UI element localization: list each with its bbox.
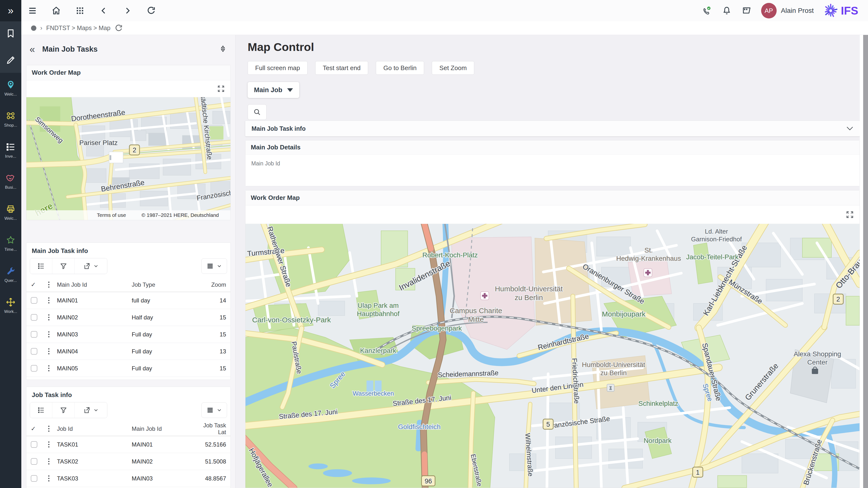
cell: MAIN02 xyxy=(57,314,132,321)
pencil-icon[interactable] xyxy=(0,55,21,65)
notifications-bell-icon[interactable] xyxy=(721,5,732,16)
app-grid-icon[interactable] xyxy=(74,5,85,16)
collapse-panel-icon[interactable]: « xyxy=(30,45,35,54)
sidebar-item-query[interactable]: Quer... xyxy=(0,259,21,290)
table-row[interactable]: MAIN01full day14 xyxy=(26,292,230,309)
sidebar-item-welcome[interactable]: Welc... xyxy=(0,73,21,104)
row-checkbox[interactable] xyxy=(31,475,37,482)
table-row[interactable]: TASK03MAIN0348.8567 xyxy=(26,470,230,487)
hospital-icon xyxy=(480,291,489,300)
main-job-task-info-collapsible[interactable]: Main Job Task info xyxy=(245,121,860,136)
full-screen-map-button[interactable]: Full screen map xyxy=(248,61,308,75)
table-row[interactable]: TASK02MAIN0251.5008 xyxy=(26,453,230,470)
fullscreen-icon[interactable] xyxy=(217,85,225,93)
sidebar-item-work[interactable]: Work... xyxy=(0,290,21,321)
header-kebab-icon[interactable] xyxy=(48,428,50,429)
sidebar-item-business[interactable]: Busi... xyxy=(0,166,21,197)
row-menu-kebab-icon[interactable] xyxy=(48,334,50,335)
big-map-canvas[interactable]: InvalidenstraßeTurmstraßeRathenower Stra… xyxy=(246,224,860,488)
row-checkbox[interactable] xyxy=(31,297,37,304)
row-checkbox[interactable] xyxy=(31,458,37,465)
breadcrumb: › FNDTST > Maps > Map xyxy=(21,21,868,35)
row-checkbox[interactable] xyxy=(31,365,37,372)
row-density-icon[interactable] xyxy=(202,258,227,274)
export-icon[interactable] xyxy=(74,258,107,274)
table-row[interactable]: MAIN04Full day13 xyxy=(26,343,230,360)
scrollbar-thumb[interactable] xyxy=(863,35,868,488)
filter-icon[interactable] xyxy=(52,258,74,274)
bookmark-icon[interactable] xyxy=(0,29,21,38)
table-row[interactable]: MAIN03Full day15 xyxy=(26,326,230,343)
list-icon xyxy=(6,142,16,152)
work-order-map-small[interactable]: DorotheenstraßeSimsonwegPariser PlatzBeh… xyxy=(26,97,230,220)
select-all[interactable]: ✓ xyxy=(31,425,46,432)
table-row[interactable]: MAIN02Half day15 xyxy=(26,309,230,326)
expand-rail-button[interactable]: » xyxy=(0,0,21,21)
table-row[interactable]: TASK01MAIN0152.5166 xyxy=(26,436,230,453)
small-map-canvas[interactable]: DorotheenstraßeSimsonwegPariser PlatzBeh… xyxy=(26,97,230,220)
row-menu-kebab-icon[interactable] xyxy=(48,317,50,318)
export-icon[interactable] xyxy=(74,402,107,418)
row-menu-kebab-icon[interactable] xyxy=(48,300,50,301)
main-job-dropdown[interactable]: Main Job xyxy=(248,82,299,98)
fullscreen-icon[interactable] xyxy=(845,210,854,219)
home-icon[interactable] xyxy=(51,5,62,16)
user-menu[interactable]: AP Alain Prost xyxy=(761,3,814,19)
left-rail: » Welc...Shop...Inve...Busi...Welc...Tim… xyxy=(0,0,21,488)
row-checkbox[interactable] xyxy=(31,348,37,354)
header-kebab-icon[interactable] xyxy=(48,284,50,285)
search-button[interactable] xyxy=(248,104,267,120)
forward-icon[interactable] xyxy=(122,5,133,16)
job-task-table: ✓Job IdMain Job IdJob Task LatTASK01MAIN… xyxy=(26,422,230,487)
row-density-icon[interactable] xyxy=(202,402,227,418)
row-checkbox[interactable] xyxy=(31,441,37,448)
column-header[interactable]: Job Task Lat xyxy=(198,422,227,436)
row-menu-kebab-icon[interactable] xyxy=(48,478,50,479)
multi-select-icon[interactable] xyxy=(30,258,52,274)
hamburger-menu-icon[interactable] xyxy=(27,5,38,16)
table-row[interactable]: MAIN05Full day15 xyxy=(26,360,230,377)
column-header[interactable]: Job Id xyxy=(57,425,132,432)
test-start-end-button[interactable]: Test start end xyxy=(315,61,368,75)
feedback-icon[interactable] xyxy=(741,5,752,16)
row-menu-kebab-icon[interactable] xyxy=(48,368,50,369)
back-icon[interactable] xyxy=(98,5,109,16)
sidebar-item-welcome-2[interactable]: Welc... xyxy=(0,197,21,228)
cell: Full day xyxy=(132,365,198,372)
row-checkbox[interactable] xyxy=(31,331,37,338)
sidebar-item-time[interactable]: Time... xyxy=(0,228,21,259)
column-header[interactable]: Main Job Id xyxy=(57,281,132,288)
page-title: Map Control xyxy=(248,40,314,54)
multi-select-icon[interactable] xyxy=(30,402,52,418)
star-icon xyxy=(6,235,16,245)
route-shield: 2 xyxy=(129,145,140,155)
route-shield: 96 xyxy=(422,476,435,486)
refresh-icon[interactable] xyxy=(146,5,157,16)
row-menu-kebab-icon[interactable] xyxy=(48,351,50,352)
cell: full day xyxy=(132,297,198,304)
phone-status-icon[interactable] xyxy=(702,5,712,16)
cell: MAIN05 xyxy=(57,365,132,372)
go-to-berlin-button[interactable]: Go to Berlin xyxy=(376,61,424,75)
work-order-map-large[interactable]: InvalidenstraßeTurmstraßeRathenower Stra… xyxy=(246,224,860,488)
sidebar-item-shop[interactable]: Shop... xyxy=(0,104,21,135)
select-all[interactable]: ✓ xyxy=(31,281,46,288)
row-checkbox[interactable] xyxy=(31,314,37,321)
map-control-page: Map Control Full screen mapTest start en… xyxy=(236,35,860,488)
cell: MAIN04 xyxy=(57,348,132,355)
filter-icon[interactable] xyxy=(52,402,74,418)
set-zoom-button[interactable]: Set Zoom xyxy=(432,61,474,75)
column-header[interactable]: Zoom xyxy=(198,281,227,288)
search-icon xyxy=(253,108,261,116)
row-menu-kebab-icon[interactable] xyxy=(48,444,50,445)
breadcrumb-refresh-icon[interactable] xyxy=(114,24,123,32)
resize-panel-icon[interactable] xyxy=(219,45,227,54)
column-header[interactable]: Job Type xyxy=(132,281,198,288)
main-job-details-card: Main Job Details Main Job Id xyxy=(245,140,860,186)
breadcrumb-path[interactable]: FNDTST > Maps > Map xyxy=(46,25,111,31)
terms-of-use-link[interactable]: Terms of use xyxy=(97,212,126,218)
row-menu-kebab-icon[interactable] xyxy=(48,461,50,462)
sidebar-item-inventory[interactable]: Inve... xyxy=(0,135,21,166)
column-header[interactable]: Main Job Id xyxy=(132,425,198,432)
map-label: Goldfischteich xyxy=(398,423,441,431)
